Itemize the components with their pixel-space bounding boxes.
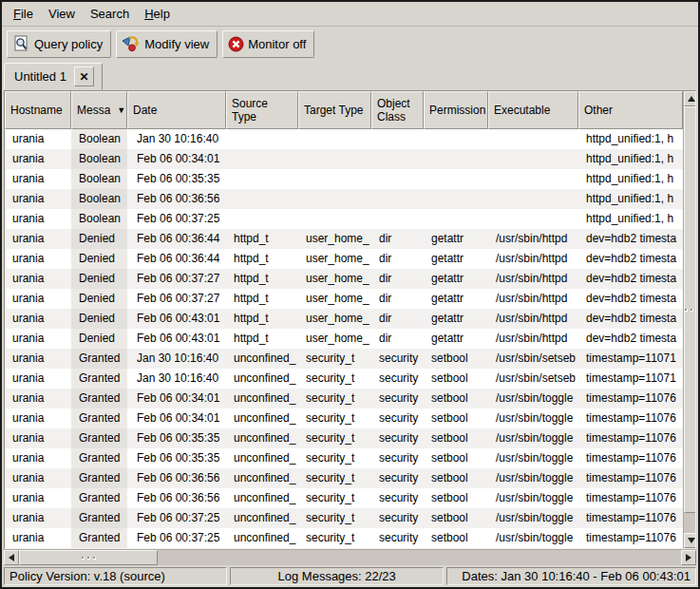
cell-executable: /usr/sbin/toggle: [488, 508, 578, 528]
arrow-right-icon: [686, 554, 691, 561]
column-header-messa[interactable]: Messa▼: [71, 91, 127, 129]
cell-target-type: security_t: [298, 468, 371, 488]
cell-target-type: security_t: [298, 369, 371, 389]
column-header-permission[interactable]: Permission: [424, 91, 488, 129]
cell-source-type: unconfined_: [226, 508, 298, 528]
cell-messa: Granted: [71, 508, 127, 528]
tab-untitled-1[interactable]: Untitled 1 ✕: [4, 63, 103, 90]
cell-object-class: security: [371, 349, 424, 369]
table-row[interactable]: uraniaBooleanFeb 06 00:34:01httpd_unifie…: [5, 149, 683, 169]
table-row[interactable]: uraniaGrantedFeb 06 00:37:25unconfined_s…: [5, 508, 683, 528]
table-row[interactable]: uraniaBooleanJan 30 10:16:40httpd_unifie…: [5, 129, 683, 149]
cell-target-type: [298, 169, 371, 189]
menu-view[interactable]: View: [41, 3, 83, 25]
cell-object-class: [371, 209, 424, 229]
cell-other: timestamp=11076: [578, 468, 683, 488]
monitor-off-label: Monitor off: [248, 37, 306, 51]
cell-target-type: user_home_: [298, 229, 371, 249]
scroll-up-button[interactable]: [684, 91, 696, 106]
cell-messa: Boolean: [71, 209, 127, 229]
cell-target-type: security_t: [298, 389, 371, 408]
horizontal-scrollbar-track[interactable]: [158, 550, 681, 565]
cell-permission: setbool: [424, 448, 488, 468]
monitor-off-button[interactable]: Monitor off: [222, 30, 314, 58]
cell-object-class: security: [371, 508, 424, 528]
menu-file[interactable]: File: [6, 3, 41, 25]
cell-other: httpd_unified:1, h: [578, 169, 683, 189]
table-row[interactable]: uraniaGrantedFeb 06 00:36:56unconfined_s…: [5, 488, 683, 508]
cell-hostname: urania: [5, 448, 71, 468]
table-row[interactable]: uraniaBooleanFeb 06 00:36:56httpd_unifie…: [5, 189, 683, 209]
cell-executable: /usr/sbin/toggle: [488, 389, 578, 408]
cell-messa: Denied: [71, 229, 127, 249]
table-row[interactable]: uraniaGrantedFeb 06 00:34:01unconfined_s…: [5, 408, 683, 428]
column-header-other[interactable]: Other: [578, 91, 683, 129]
horizontal-scrollbar-thumb[interactable]: [19, 550, 158, 565]
query-policy-icon: [12, 35, 30, 52]
cell-object-class: security: [371, 448, 424, 468]
cell-permission: [424, 169, 488, 189]
scroll-down-button[interactable]: [684, 533, 696, 548]
cell-executable: /usr/sbin/toggle: [488, 408, 578, 428]
vertical-scrollbar[interactable]: [683, 91, 696, 548]
cell-hostname: urania: [5, 229, 71, 249]
table-row[interactable]: uraniaDeniedFeb 06 00:43:01httpd_tuser_h…: [5, 309, 683, 329]
menu-help[interactable]: Help: [137, 3, 178, 25]
cell-other: timestamp=11076: [578, 528, 683, 548]
cell-messa: Boolean: [71, 149, 127, 169]
table-row[interactable]: uraniaGrantedFeb 06 00:35:35unconfined_s…: [5, 448, 683, 468]
cell-object-class: dir: [371, 269, 424, 289]
cell-executable: /usr/sbin/toggle: [488, 488, 578, 508]
scroll-right-button[interactable]: [681, 550, 696, 565]
cell-permission: setbool: [424, 428, 488, 448]
cell-object-class: dir: [371, 289, 424, 309]
column-header-hostname[interactable]: Hostname: [5, 91, 71, 129]
cell-permission: setbool: [424, 508, 488, 528]
scroll-left-button[interactable]: [4, 550, 19, 565]
table-row[interactable]: uraniaDeniedFeb 06 00:43:01httpd_tuser_h…: [5, 329, 683, 349]
tab-close-button[interactable]: ✕: [74, 66, 94, 86]
column-header-object-class[interactable]: Object Class: [371, 91, 424, 129]
cell-permission: getattr: [424, 249, 488, 269]
modify-view-button[interactable]: Modify view: [116, 30, 218, 58]
vertical-scrollbar-track[interactable]: [684, 513, 696, 533]
table-row[interactable]: uraniaDeniedFeb 06 00:37:27httpd_tuser_h…: [5, 289, 683, 309]
table-row[interactable]: uraniaGrantedFeb 06 00:35:35unconfined_s…: [5, 428, 683, 448]
table-row[interactable]: uraniaBooleanFeb 06 00:37:25httpd_unifie…: [5, 209, 683, 229]
table-row[interactable]: uraniaDeniedFeb 06 00:37:27httpd_tuser_h…: [5, 269, 683, 289]
cell-object-class: [371, 169, 424, 189]
table-row[interactable]: uraniaGrantedFeb 06 00:34:01unconfined_s…: [5, 389, 683, 408]
table-row[interactable]: uraniaGrantedFeb 06 00:37:25unconfined_s…: [5, 528, 683, 548]
cell-object-class: [371, 189, 424, 209]
horizontal-scrollbar[interactable]: [4, 549, 696, 565]
cell-object-class: security: [371, 389, 424, 408]
cell-other: dev=hdb2 timesta: [578, 309, 683, 329]
cell-messa: Denied: [71, 269, 127, 289]
vertical-scrollbar-thumb[interactable]: [684, 106, 696, 513]
menu-search[interactable]: Search: [83, 3, 137, 25]
column-header-executable[interactable]: Executable: [488, 91, 578, 129]
cell-target-type: security_t: [298, 349, 371, 369]
cell-other: timestamp=11076: [578, 389, 683, 408]
cell-other: timestamp=11071: [578, 369, 683, 389]
table-row[interactable]: uraniaGrantedFeb 06 00:36:56unconfined_s…: [5, 468, 683, 488]
column-header-target-type[interactable]: Target Type: [298, 91, 371, 129]
table-row[interactable]: uraniaDeniedFeb 06 00:36:44httpd_tuser_h…: [5, 229, 683, 249]
table-row[interactable]: uraniaGrantedJan 30 10:16:40unconfined_s…: [5, 369, 683, 389]
table-row[interactable]: uraniaBooleanFeb 06 00:35:35httpd_unifie…: [5, 169, 683, 189]
cell-permission: setbool: [424, 349, 488, 369]
cell-target-type: security_t: [298, 448, 371, 468]
cell-permission: setbool: [424, 408, 488, 428]
cell-other: httpd_unified:1, h: [578, 129, 683, 149]
column-header-date[interactable]: Date: [127, 91, 226, 129]
tab-label: Untitled 1: [14, 69, 66, 84]
cell-target-type: security_t: [298, 528, 371, 548]
query-policy-button[interactable]: Query policy: [7, 30, 111, 58]
table-row[interactable]: uraniaDeniedFeb 06 00:36:44httpd_tuser_h…: [5, 249, 683, 269]
column-header-source-type[interactable]: Source Type: [226, 91, 298, 129]
cell-hostname: urania: [5, 149, 71, 169]
modify-view-label: Modify view: [144, 37, 209, 51]
table-row[interactable]: uraniaGrantedJan 30 10:16:40unconfined_s…: [5, 349, 683, 369]
cell-permission: getattr: [424, 329, 488, 349]
cell-source-type: unconfined_: [226, 369, 298, 389]
